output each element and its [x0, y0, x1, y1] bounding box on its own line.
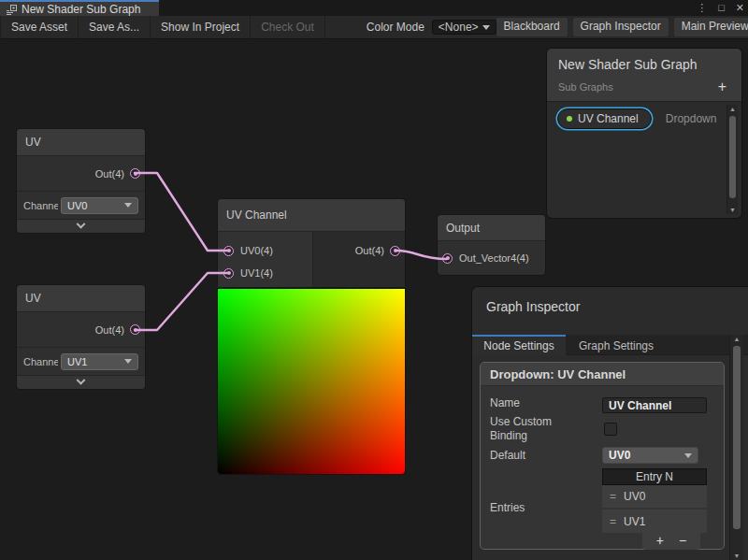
- blackboard-title: New Shader Sub Graph: [558, 57, 730, 72]
- maximize-icon[interactable]: □: [718, 0, 725, 16]
- default-value: UV0: [609, 449, 681, 462]
- scroll-up-icon[interactable]: ▲: [727, 106, 738, 112]
- tab-title: New Shader Sub Graph: [22, 3, 140, 16]
- add-property-button[interactable]: +: [718, 79, 730, 95]
- add-entry-button[interactable]: +: [656, 532, 664, 550]
- uv-channel-property-pill[interactable]: UV Channel: [557, 108, 652, 129]
- entries-column-header: Entry N: [602, 468, 707, 485]
- title-bar: New Shader Sub Graph ⋮ □ ✕: [0, 0, 748, 16]
- channel-value: UV0: [67, 200, 121, 211]
- chevron-down-icon: [124, 359, 132, 364]
- out-vector4-input-port[interactable]: [442, 253, 453, 264]
- property-row: UV Channel Dropdown: [557, 108, 716, 129]
- node-title: UV: [17, 129, 145, 156]
- entries-footer: + −: [642, 532, 700, 550]
- shader-graph-window: New Shader Sub Graph ⋮ □ ✕ Save Asset Sa…: [0, 0, 748, 560]
- scrollbar-thumb[interactable]: [733, 346, 741, 529]
- tab-graph-settings[interactable]: Graph Settings: [566, 335, 667, 355]
- exposed-dot-icon: [567, 116, 572, 122]
- entries-label: Entries: [490, 501, 525, 514]
- use-custom-binding-label: Use Custom Binding: [490, 415, 576, 443]
- edge-uv1[interactable]: [135, 273, 228, 330]
- remove-entry-button[interactable]: −: [679, 532, 686, 550]
- entry-row-uv1[interactable]: = UV1: [602, 510, 707, 533]
- name-input[interactable]: [602, 397, 707, 413]
- uv-channel-node[interactable]: UV Channel UV0(4) UV1(4) Out(4): [218, 199, 405, 287]
- blackboard-subtitle: Sub Graphs: [558, 81, 718, 93]
- blackboard-content: UV Channel Dropdown ▲ ▼: [547, 102, 741, 217]
- channel-label: Channel: [23, 356, 58, 367]
- out-port[interactable]: [390, 246, 400, 256]
- out-port[interactable]: [130, 324, 140, 335]
- collapse-handle[interactable]: [17, 219, 145, 233]
- out-port-label: Out(4): [95, 168, 124, 179]
- dropdown-settings-title: Dropdown: UV Channel: [481, 363, 724, 386]
- entry-value: UV1: [624, 515, 645, 528]
- scroll-up-icon[interactable]: ▲: [730, 336, 743, 342]
- color-mode-value: <None>: [439, 21, 479, 34]
- edge-uv0[interactable]: [135, 173, 228, 251]
- toolbar: Save Asset Save As... Show In Project Ch…: [0, 16, 748, 39]
- chevron-down-icon: [482, 25, 490, 30]
- entry-row-uv0[interactable]: = UV0: [602, 485, 707, 509]
- uv-preview-gradient: [218, 289, 405, 474]
- save-as-button[interactable]: Save As...: [79, 16, 151, 39]
- chevron-down-icon: [684, 453, 692, 458]
- collapse-handle[interactable]: [17, 375, 145, 389]
- inspector-tabs: Node Settings Graph Settings: [472, 335, 748, 355]
- blackboard-panel[interactable]: New Shader Sub Graph Sub Graphs + UV Cha…: [547, 49, 741, 218]
- out-vector4-input-label: Out_Vector4(4): [459, 252, 529, 264]
- uv0-input-port[interactable]: [223, 246, 234, 256]
- tab-node-settings[interactable]: Node Settings: [472, 335, 566, 355]
- graph-inspector-toggle-button[interactable]: Graph Inspector: [573, 18, 669, 36]
- graph-canvas[interactable]: UV Out(4) Channel UV0 UV Out(4) C: [0, 39, 748, 560]
- check-out-button: Check Out: [251, 16, 325, 39]
- out-port-label: Out(4): [355, 245, 384, 256]
- property-name: UV Channel: [578, 112, 639, 125]
- save-asset-button[interactable]: Save Asset: [0, 16, 79, 39]
- default-dropdown[interactable]: UV0: [602, 447, 698, 464]
- entry-value: UV0: [624, 490, 645, 503]
- main-preview-toggle-button[interactable]: Main Preview: [674, 18, 748, 36]
- blackboard-scrollbar[interactable]: ▲ ▼: [726, 105, 738, 214]
- output-node[interactable]: Output Out_Vector4(4): [438, 215, 545, 275]
- close-icon[interactable]: ✕: [736, 0, 744, 16]
- scroll-down-icon[interactable]: ▼: [727, 207, 738, 213]
- channel-dropdown[interactable]: UV0: [61, 197, 138, 214]
- uv0-input-label: UV0(4): [240, 245, 273, 256]
- color-mode-dropdown[interactable]: <None>: [432, 20, 496, 35]
- dropdown-settings-box: Dropdown: UV Channel Name Use Custom Bin…: [480, 362, 725, 550]
- blackboard-toggle-button[interactable]: Blackboard: [496, 18, 568, 36]
- chevron-down-icon: [77, 375, 86, 384]
- uv-node-top[interactable]: UV Out(4) Channel UV0: [17, 129, 145, 233]
- more-menu-icon[interactable]: ⋮: [697, 0, 707, 16]
- out-port-label: Out(4): [95, 324, 124, 336]
- property-type: Dropdown: [666, 112, 717, 125]
- chevron-down-icon: [77, 219, 86, 228]
- node-title: Output: [438, 215, 545, 241]
- node-title: UV: [17, 285, 145, 312]
- scrollbar-thumb[interactable]: [729, 116, 736, 198]
- graph-inspector-panel[interactable]: Graph Inspector Node Settings Graph Sett…: [472, 287, 748, 560]
- use-custom-binding-checkbox[interactable]: [604, 423, 617, 436]
- out-port[interactable]: [130, 168, 140, 179]
- show-in-project-button[interactable]: Show In Project: [151, 16, 251, 39]
- drag-handle-icon[interactable]: =: [610, 490, 616, 503]
- shader-graph-icon: [6, 4, 17, 15]
- blackboard-header[interactable]: New Shader Sub Graph Sub Graphs +: [547, 49, 741, 102]
- channel-dropdown[interactable]: UV1: [61, 353, 138, 370]
- node-title: UV Channel: [218, 199, 405, 232]
- chevron-down-icon: [124, 203, 132, 208]
- uv1-input-label: UV1(4): [240, 267, 273, 279]
- document-tab[interactable]: New Shader Sub Graph: [0, 0, 159, 16]
- uv-node-bottom[interactable]: UV Out(4) Channel UV1: [17, 285, 145, 389]
- name-label: Name: [490, 396, 520, 409]
- inspector-scrollbar[interactable]: ▲ ▼: [729, 335, 743, 560]
- scroll-down-icon[interactable]: ▼: [730, 553, 743, 559]
- default-label: Default: [490, 449, 525, 462]
- drag-handle-icon[interactable]: =: [610, 515, 616, 528]
- channel-value: UV1: [67, 356, 121, 367]
- channel-label: Channel: [23, 200, 58, 211]
- graph-inspector-title: Graph Inspector: [472, 287, 748, 314]
- uv1-input-port[interactable]: [223, 268, 234, 279]
